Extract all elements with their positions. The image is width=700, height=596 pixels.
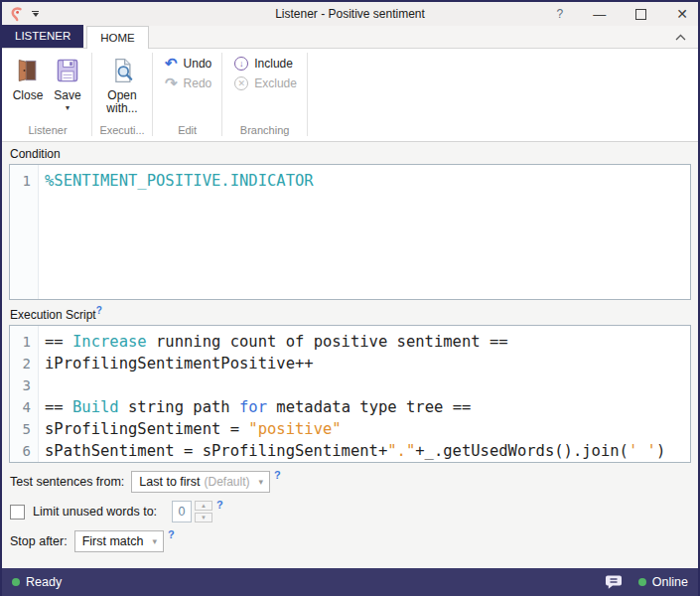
undo-arrow-icon: ↶ <box>165 57 178 71</box>
group-label-edit: Edit <box>157 124 217 141</box>
group-separator <box>221 53 222 136</box>
exclude-circle-x-icon: ✕ <box>234 76 248 90</box>
line-number: 1 <box>10 170 38 192</box>
listener-options-form: Test sentences from: Last to first (Defa… <box>9 463 691 560</box>
test-sentences-label: Test sentences from: <box>10 475 124 489</box>
tab-listener[interactable]: LISTENER <box>2 25 83 48</box>
status-bar-right: Online <box>605 574 688 590</box>
include-circle-arrow-icon: ↓ <box>234 57 248 71</box>
limit-unused-words-label: Limit unused words to: <box>33 505 157 519</box>
limit-unused-words-spinner: ▲ ▼ <box>195 501 212 522</box>
test-sentences-default-suffix: (Default) <box>204 475 249 489</box>
open-with-button[interactable]: Open with... <box>96 50 148 115</box>
tab-home[interactable]: HOME <box>86 26 149 49</box>
line-number: 3 <box>10 374 38 396</box>
redo-button-label: Redo <box>184 76 212 90</box>
undo-button-label: Undo <box>184 57 212 71</box>
code-line: 5sProfilingSentiment = "positive" <box>10 418 690 440</box>
ribbon-group-edit: ↶ Undo ↷ Redo Edit <box>155 50 219 141</box>
stop-after-label: Stop after: <box>10 534 68 548</box>
chat-bubble-icon[interactable] <box>605 574 623 590</box>
code-line: 2iProfilingSentimentPositive++ <box>10 353 690 374</box>
listener-window: Listener - Positive sentiment ? — ✕ LIST… <box>0 0 700 596</box>
test-sentences-dropdown[interactable]: Last to first (Default) ▾ <box>131 471 270 493</box>
limit-unused-words-value[interactable]: 0 <box>172 501 192 522</box>
stop-after-help-icon[interactable]: ? <box>168 528 175 540</box>
door-icon <box>14 55 42 86</box>
online-status-text: Online <box>652 575 688 589</box>
close-button-label: Close <box>13 89 44 102</box>
execution-script-label: Execution Script? <box>10 305 690 322</box>
test-sentences-help-icon[interactable]: ? <box>274 469 281 481</box>
group-separator <box>91 53 92 136</box>
code-line: 1%SENTIMENT_POSITIVE.INDICATOR <box>10 170 690 192</box>
line-number: 6 <box>10 440 38 462</box>
line-number: 5 <box>10 418 38 440</box>
save-button-label: Save <box>54 89 80 102</box>
spinner-down-icon[interactable]: ▼ <box>195 513 212 522</box>
condition-code-editor[interactable]: 1%SENTIMENT_POSITIVE.INDICATOR <box>9 164 691 300</box>
ready-status-text: Ready <box>26 575 62 589</box>
app-ear-icon[interactable] <box>9 6 25 22</box>
redo-button: ↷ Redo <box>165 76 211 90</box>
code-line: 3 <box>10 374 690 396</box>
execution-script-code-editor[interactable]: 1== Increase running count of positive s… <box>9 325 691 463</box>
ribbon-group-listener: Close Save ▾ <box>6 50 89 141</box>
limit-unused-words-row: Limit unused words to: 0 ▲ ▼ ? <box>10 501 690 522</box>
limit-unused-words-help-icon[interactable]: ? <box>216 499 223 511</box>
test-sentences-value: Last to first <box>139 475 200 489</box>
ribbon-tab-strip: LISTENER HOME <box>2 26 698 49</box>
ribbon-group-branching: ↓ Include ✕ Exclude Branching <box>224 50 305 141</box>
ribbon-group-execution: Open with... Executi... <box>94 50 150 141</box>
group-separator <box>152 53 153 136</box>
exclude-button-label: Exclude <box>254 76 297 90</box>
main-content: Condition 1%SENTIMENT_POSITIVE.INDICATOR… <box>2 142 698 568</box>
undo-button[interactable]: ↶ Undo <box>165 57 211 71</box>
exclude-button: ✕ Exclude <box>234 76 297 90</box>
close-window-button[interactable]: ✕ <box>676 7 688 21</box>
save-dropdown-arrow-icon[interactable]: ▾ <box>66 104 70 112</box>
toolbar-options-dropdown-icon[interactable] <box>32 11 39 17</box>
condition-label: Condition <box>10 147 690 161</box>
close-button[interactable]: Close <box>8 50 48 102</box>
line-number: 2 <box>10 353 38 374</box>
title-bar: Listener - Positive sentiment ? — ✕ <box>2 2 698 26</box>
redo-arrow-icon: ↷ <box>165 76 178 90</box>
group-label-listener: Listener <box>8 124 87 141</box>
stop-after-row: Stop after: First match ▾ ? <box>10 530 690 552</box>
dropdown-arrow-icon: ▾ <box>153 536 158 546</box>
dropdown-arrow-icon: ▾ <box>258 477 263 487</box>
window-controls: ? — ✕ <box>557 7 688 21</box>
status-bar: Ready Online <box>2 568 698 596</box>
include-button-label: Include <box>254 57 293 71</box>
include-button[interactable]: ↓ Include <box>234 57 297 71</box>
spinner-up-icon[interactable]: ▲ <box>195 501 212 511</box>
line-number: 1 <box>10 331 38 353</box>
ribbon: Close Save ▾ <box>2 49 698 142</box>
group-label-execution: Executi... <box>96 124 148 141</box>
group-label-branching: Branching <box>226 124 303 141</box>
code-line: 1== Increase running count of positive s… <box>10 331 690 353</box>
group-separator <box>307 53 308 136</box>
save-button[interactable]: Save ▾ <box>48 50 87 112</box>
collapse-ribbon-icon[interactable] <box>675 34 686 41</box>
open-with-button-label: Open with... <box>106 89 137 115</box>
code-line: 4== Build string path for metadata type … <box>10 396 690 418</box>
code-line: 6sPathSentiment = sProfilingSentiment+".… <box>10 440 690 462</box>
open-with-icon <box>108 55 136 86</box>
limit-unused-words-checkbox[interactable] <box>10 505 25 520</box>
execution-script-help-icon[interactable]: ? <box>96 305 102 316</box>
ready-status-dot-icon <box>12 578 20 586</box>
help-button[interactable]: ? <box>557 8 564 20</box>
online-status-dot-icon <box>638 578 646 586</box>
minimize-button[interactable]: — <box>593 8 606 21</box>
floppy-icon <box>54 55 81 86</box>
maximize-button[interactable] <box>635 9 646 20</box>
line-number: 4 <box>10 396 38 418</box>
stop-after-dropdown[interactable]: First match ▾ <box>74 530 164 552</box>
test-sentences-row: Test sentences from: Last to first (Defa… <box>10 471 690 493</box>
stop-after-value: First match <box>82 534 144 548</box>
